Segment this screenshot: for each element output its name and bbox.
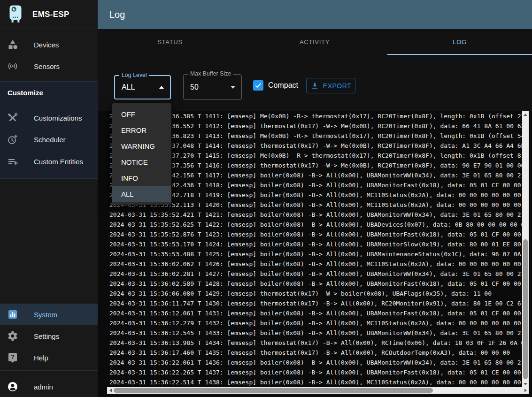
app-logo-row: EMS-ESP — [0, 0, 98, 29]
log-level-label: Log Level — [119, 72, 149, 78]
app-bar: Log — [98, 0, 532, 29]
sidebar-item-label: Custom Entities — [34, 158, 83, 166]
scroll-right-arrow[interactable] — [522, 387, 529, 394]
compact-checkbox[interactable] — [253, 80, 263, 91]
tab-bar: STATUS ACTIVITY LOG — [98, 29, 532, 55]
log-line: 2024-03-31 15:36:17.460 T 1435: [emsesp]… — [107, 348, 522, 358]
sidebar-item-customizations[interactable]: Customizations — [0, 107, 98, 129]
active-tab-indicator — [387, 54, 532, 55]
sidebar-item-system[interactable]: System — [0, 304, 98, 325]
sidebar-divider — [0, 370, 98, 371]
download-icon — [310, 81, 319, 90]
log-level-option[interactable]: ERROR — [112, 122, 171, 138]
compact-label: Compact — [268, 81, 298, 90]
sidebar-item-admin-user[interactable]: admin — [0, 376, 98, 397]
analytics-icon — [7, 309, 18, 320]
sidebar-item-label: Scheduler — [34, 136, 66, 144]
clock-plus-icon — [7, 134, 18, 145]
ems-esp-app: EMS-ESP Devices Sensors Customize — [0, 0, 532, 397]
export-button[interactable]: EXPORT — [306, 78, 355, 93]
log-level-option[interactable]: OFF — [112, 106, 171, 122]
sidebar-item-devices[interactable]: Devices — [0, 34, 98, 55]
log-line: 2024-03-31 15:36:22.265 T 1437: [emsesp]… — [107, 367, 522, 377]
log-level-value: ALL — [122, 83, 135, 92]
sidebar-item-custom-entities[interactable]: Custom Entities — [0, 151, 98, 172]
horizontal-scrollbar[interactable] — [107, 387, 529, 394]
vertical-scrollbar-thumb[interactable] — [523, 239, 528, 379]
shapes-icon — [7, 39, 18, 50]
log-line: 2024-03-31 15:36:06.080 T 1429: [emsesp]… — [107, 289, 522, 298]
log-line: 2024-03-31 15:36:12.061 T 1431: [emsesp]… — [107, 308, 522, 318]
log-line: 2024-03-31 15:36:11.747 T 1430: [emsesp]… — [107, 298, 522, 308]
username-label: admin — [34, 383, 53, 391]
list-add-icon — [7, 156, 18, 167]
log-line: 2024-03-31 15:36:02.062 T 1426: [emsesp]… — [107, 259, 522, 269]
log-line: 2024-03-31 15:36:13.985 T 1434: [emsesp]… — [107, 338, 522, 348]
tab-status[interactable]: STATUS — [98, 29, 242, 55]
check-icon — [254, 81, 262, 90]
sidebar-item-label: Settings — [34, 332, 59, 340]
log-line: 2024-03-31 15:35:53.488 T 1425: [emsesp]… — [107, 249, 522, 259]
sidebar-item-label: Devices — [34, 41, 59, 49]
log-level-select[interactable]: Log Level ALL — [114, 75, 171, 99]
sensor-signal-icon — [7, 61, 18, 72]
log-line: 2024-03-31 15:36:02.589 T 1428: [emsesp]… — [107, 279, 522, 289]
log-level-option[interactable]: INFO — [112, 170, 171, 186]
log-level-menu: OFF ERROR WARNING NOTICE INFO ALL — [112, 103, 171, 205]
tab-log[interactable]: LOG — [387, 29, 532, 55]
vertical-scrollbar[interactable] — [522, 111, 529, 387]
log-level-option[interactable]: NOTICE — [112, 154, 171, 170]
svg-text:?: ? — [11, 354, 14, 360]
sidebar-item-label: Help — [34, 354, 48, 362]
sidebar-section-customize: Customize Customizations — [0, 81, 98, 179]
sidebar-item-label: Customizations — [34, 114, 82, 122]
sidebar-divider — [0, 301, 98, 301]
chevron-up-icon — [159, 86, 164, 89]
max-buffer-size-label: Max Buffer Size — [188, 70, 233, 77]
log-line: 2024-03-31 15:36:12.279 T 1432: [emsesp]… — [107, 318, 522, 328]
scroll-down-arrow[interactable] — [522, 381, 529, 387]
sidebar: EMS-ESP Devices Sensors Customize — [0, 0, 98, 397]
sidebar-item-scheduler[interactable]: Scheduler — [0, 129, 98, 150]
chevron-down-icon — [231, 86, 235, 89]
help-icon: ? — [7, 352, 18, 363]
log-level-option[interactable]: ALL — [112, 186, 171, 202]
tab-activity[interactable]: ACTIVITY — [242, 29, 387, 55]
log-line: 2024-03-31 15:36:12.545 T 1433: [emsesp]… — [107, 328, 522, 338]
tools-icon — [7, 112, 18, 123]
customize-section-header: Customize — [8, 89, 43, 97]
max-buffer-size-value: 50 — [190, 83, 199, 92]
log-line: 2024-03-31 15:36:22.061 T 1436: [emsesp]… — [107, 358, 522, 367]
boiler-logo-icon — [6, 5, 25, 24]
log-line: 2024-03-31 15:35:53.170 T 1424: [emsesp]… — [107, 239, 522, 249]
account-circle-icon — [7, 381, 18, 392]
log-line: 2024-03-31 15:35:52.876 T 1423: [emsesp]… — [107, 229, 522, 239]
scroll-up-arrow[interactable] — [522, 111, 529, 118]
page-title: Log — [109, 9, 125, 20]
horizontal-scrollbar-thumb[interactable] — [114, 388, 433, 393]
sidebar-item-label: Sensors — [34, 62, 60, 70]
max-buffer-size-select[interactable]: Max Buffer Size 50 — [183, 74, 242, 100]
sidebar-item-help[interactable]: ? Help — [0, 347, 98, 368]
sidebar-item-label: System — [34, 311, 57, 319]
log-line: 2024-03-31 15:36:02.281 T 1427: [emsesp]… — [107, 269, 522, 279]
log-level-option[interactable]: WARNING — [112, 138, 171, 154]
sidebar-item-sensors[interactable]: Sensors — [0, 55, 98, 77]
scroll-left-arrow[interactable] — [107, 387, 114, 394]
app-title: EMS-ESP — [32, 10, 69, 19]
log-line: 2024-03-31 15:36:22.514 T 1438: [emsesp]… — [107, 377, 522, 387]
log-line: 2024-03-31 15:35:52.421 T 1421: [emsesp]… — [107, 210, 522, 220]
log-line: 2024-03-31 15:35:52.625 T 1422: [emsesp]… — [107, 220, 522, 229]
sidebar-item-settings[interactable]: Settings — [0, 325, 98, 347]
gear-icon — [7, 330, 18, 342]
export-button-label: EXPORT — [323, 82, 351, 90]
